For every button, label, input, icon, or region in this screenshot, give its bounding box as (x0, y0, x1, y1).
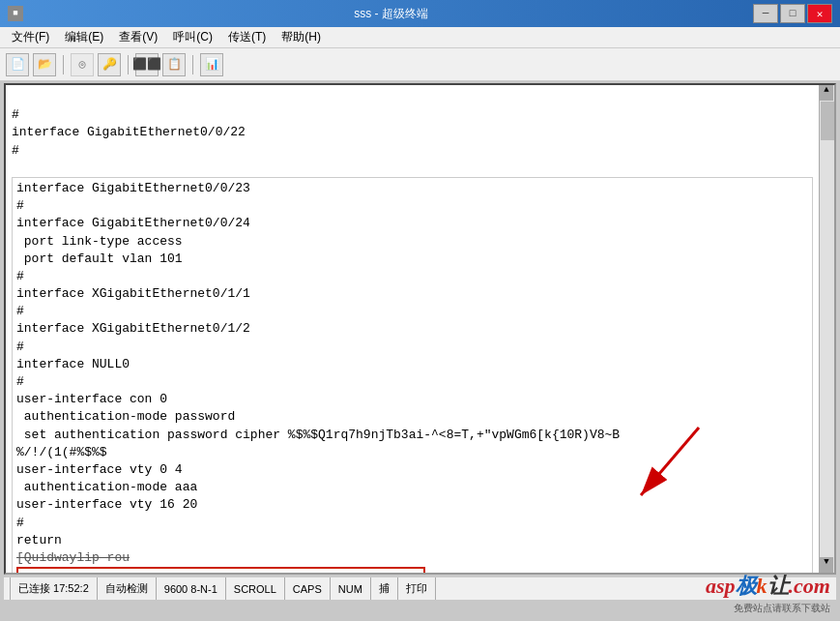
red-arrow (602, 418, 738, 515)
scrollbar-thumb[interactable] (821, 102, 834, 140)
close-button[interactable]: ✕ (807, 4, 832, 23)
status-scroll: SCROLL (226, 577, 285, 600)
menu-edit[interactable]: 编辑(E) (57, 27, 111, 47)
toolbar-btn-6[interactable]: 📋 (162, 53, 186, 76)
terminal-line: # interface GigabitEthernet0/0/22 # (12, 107, 246, 157)
toolbar-separator-3 (192, 55, 193, 74)
svg-line-1 (641, 428, 699, 495)
toolbar-btn-5[interactable]: ⬛⬛ (135, 53, 159, 76)
toolbar: 📄 📂 ◎ 🔑 ⬛⬛ 📋 📊 (0, 48, 840, 81)
status-detect: 自动检测 (98, 577, 157, 600)
status-speed: 9600 8-N-1 (157, 577, 226, 600)
open-button[interactable]: 📂 (33, 53, 56, 76)
toolbar-btn-4[interactable]: 🔑 (98, 53, 121, 76)
menu-file[interactable]: 文件(F) (4, 27, 57, 47)
watermark-sub: 免费站点请联系下载站 (706, 602, 830, 615)
window-title: sss - 超级终端 (29, 6, 753, 22)
title-bar: ■ sss - 超级终端 ─ □ ✕ (0, 0, 840, 27)
window-controls: ─ □ ✕ (753, 4, 832, 23)
minimize-button[interactable]: ─ (753, 4, 778, 23)
toolbar-btn-3[interactable]: ◎ (71, 53, 94, 76)
toolbar-separator-1 (63, 55, 64, 74)
scrollbar[interactable]: ▲ ▼ (819, 85, 834, 573)
menu-bar: 文件(F) 编辑(E) 查看(V) 呼叫(C) 传送(T) 帮助(H) (0, 27, 840, 48)
toolbar-separator-2 (128, 55, 129, 74)
terminal-container[interactable]: # interface GigabitEthernet0/0/22 # inte… (4, 83, 836, 575)
status-connection: 已连接 17:52:2 (10, 577, 98, 600)
menu-help[interactable]: 帮助(H) (274, 27, 329, 47)
toolbar-btn-7[interactable]: 📊 (200, 53, 223, 76)
window-icon: ■ (8, 6, 23, 21)
status-caps: CAPS (285, 577, 331, 600)
menu-call[interactable]: 呼叫(C) (165, 27, 220, 47)
new-button[interactable]: 📄 (6, 53, 29, 76)
menu-view[interactable]: 查看(V) (111, 27, 165, 47)
status-print: 打印 (398, 577, 436, 600)
watermark-main: asp极k让.com (706, 574, 830, 598)
maximize-button[interactable]: □ (780, 4, 805, 23)
watermark: asp极k让.com 免费站点请联系下载站 (706, 572, 830, 615)
status-num: NUM (331, 577, 371, 600)
status-capture: 捕 (371, 577, 398, 600)
menu-transfer[interactable]: 传送(T) (220, 27, 274, 47)
